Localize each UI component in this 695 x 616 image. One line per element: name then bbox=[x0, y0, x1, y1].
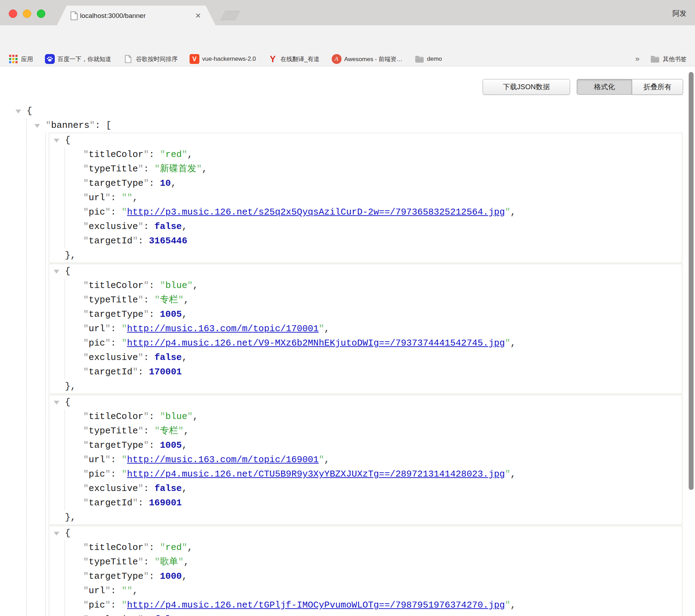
json-line: }, bbox=[49, 379, 682, 394]
bookmark-item[interactable]: Y在线翻译_有道 bbox=[268, 54, 319, 64]
scrollbar-thumb[interactable] bbox=[689, 72, 694, 490]
json-string: red bbox=[165, 542, 182, 553]
json-tree: {"banners": [{"titleColor": "red","typeT… bbox=[0, 66, 695, 616]
json-string: 专栏 bbox=[160, 426, 178, 436]
json-link[interactable]: http://p4.music.126.net/CTU5B9R9y3XyYBZX… bbox=[127, 469, 505, 479]
bookmark-label: 在线翻译_有道 bbox=[280, 55, 319, 63]
json-line: "typeTitle": "专栏", bbox=[49, 293, 682, 307]
bookmark-item[interactable]: demo bbox=[415, 54, 442, 64]
json-line: "targetType": 1005, bbox=[49, 307, 682, 322]
youdao-icon: Y bbox=[268, 54, 278, 64]
bookmarks-bar: 应用百度一下，你就知道谷歌按时间排序Vvue-hackernews-2.0Y在线… bbox=[0, 52, 695, 66]
json-line: "pic": "http://p4.music.126.net/tGPljf-I… bbox=[49, 598, 682, 612]
tree-guide-line bbox=[65, 540, 65, 616]
browser-tab[interactable]: localhost:3000/banner × bbox=[57, 6, 216, 25]
bookmark-label: 谷歌按时间排序 bbox=[136, 55, 178, 63]
collapse-toggle-icon[interactable] bbox=[54, 532, 59, 536]
document-icon bbox=[123, 54, 133, 64]
json-link[interactable]: http://p4.music.126.net/V9-MXz6b2MNhEKju… bbox=[127, 338, 505, 348]
json-line: "typeTitle": "歌单", bbox=[49, 555, 682, 569]
json-line: "exclusive": false, bbox=[49, 350, 682, 365]
banner-item-box: {"titleColor": "red","typeTitle": "新碟首发"… bbox=[49, 133, 682, 263]
json-number: 170001 bbox=[149, 367, 182, 377]
json-string: blue bbox=[165, 280, 187, 291]
tab-title: localhost:3000/banner bbox=[80, 6, 146, 25]
json-string: red bbox=[165, 149, 182, 160]
json-line: "pic": "http://p4.music.126.net/CTU5B9R9… bbox=[49, 467, 682, 481]
bookmark-label: vue-hackernews-2.0 bbox=[202, 55, 256, 63]
tree-guide-line bbox=[26, 118, 27, 616]
json-line: { bbox=[0, 104, 695, 118]
json-line: "titleColor": "blue", bbox=[49, 409, 682, 424]
json-line: "url": "http://music.163.com/m/topic/170… bbox=[49, 322, 682, 336]
json-line: "url": "http://music.163.com/m/topic/169… bbox=[49, 453, 682, 467]
json-line: "url": "", bbox=[49, 191, 682, 205]
banner-item-box: {"titleColor": "blue","typeTitle": "专栏",… bbox=[49, 395, 682, 525]
json-line: }, bbox=[49, 248, 682, 263]
json-string: 歌单 bbox=[160, 557, 178, 567]
json-string: blue bbox=[165, 411, 187, 422]
json-line: "exclusive": false, bbox=[49, 219, 682, 234]
json-line: "exclusive": false bbox=[49, 612, 682, 616]
collapse-toggle-icon[interactable] bbox=[54, 401, 59, 405]
json-string: 新碟首发 bbox=[160, 164, 196, 174]
close-window-button[interactable] bbox=[9, 9, 17, 18]
bookmarks-overflow-icon[interactable]: » bbox=[635, 54, 640, 64]
new-tab-button[interactable] bbox=[220, 11, 240, 20]
json-link[interactable]: http://music.163.com/m/topic/169001 bbox=[127, 454, 319, 465]
json-line: { bbox=[49, 264, 682, 278]
bookmark-label: 百度一下，你就知道 bbox=[58, 55, 111, 63]
apps-grid-icon bbox=[8, 54, 18, 64]
zoom-window-button[interactable] bbox=[37, 9, 45, 18]
collapse-toggle-icon[interactable] bbox=[54, 139, 59, 143]
folder-icon bbox=[650, 54, 660, 64]
banner-item-box: {"titleColor": "blue","typeTitle": "专栏",… bbox=[49, 264, 682, 394]
json-line: "targetId": 170001 bbox=[49, 365, 682, 379]
other-bookmarks-label: 其他书签 bbox=[663, 55, 687, 63]
profile-name[interactable]: 阿发 bbox=[673, 0, 687, 25]
page-content: 下载JSON数据 格式化 折叠所有 {"banners": [{"titleCo… bbox=[0, 66, 695, 616]
tree-guide-line bbox=[45, 133, 46, 616]
json-link[interactable]: http://music.163.com/m/topic/170001 bbox=[127, 323, 319, 334]
baidu-paw-icon bbox=[45, 54, 55, 64]
collapse-toggle-icon[interactable] bbox=[34, 124, 40, 128]
tree-guide-line bbox=[65, 278, 65, 379]
json-line: "titleColor": "blue", bbox=[49, 278, 682, 293]
json-line: "targetType": 1005, bbox=[49, 438, 682, 453]
json-line: "targetType": 10, bbox=[49, 176, 682, 191]
json-line: "typeTitle": "专栏", bbox=[49, 424, 682, 438]
banner-item-box: {"titleColor": "red","typeTitle": "歌单","… bbox=[49, 526, 682, 616]
json-number: 10 bbox=[160, 178, 171, 189]
collapse-toggle-icon[interactable] bbox=[15, 110, 21, 113]
collapse-toggle-icon[interactable] bbox=[54, 270, 59, 274]
awesomes-icon: A bbox=[332, 54, 342, 64]
json-link[interactable]: http://p3.music.126.net/s25q2x5QyqsAzilC… bbox=[127, 207, 505, 217]
json-number: 3165446 bbox=[149, 236, 187, 246]
tree-guide-line bbox=[65, 148, 65, 248]
bookmark-item[interactable]: 百度一下，你就知道 bbox=[45, 54, 111, 64]
json-link[interactable]: http://p4.music.126.net/tGPljf-IMOCyPvum… bbox=[127, 600, 505, 610]
json-line: { bbox=[49, 526, 682, 540]
other-bookmarks-folder[interactable]: 其他书签 bbox=[650, 54, 687, 64]
bookmark-item[interactable]: 应用 bbox=[8, 54, 33, 64]
bookmark-label: demo bbox=[427, 55, 442, 63]
tab-close-icon[interactable]: × bbox=[196, 6, 201, 25]
json-number: 169001 bbox=[149, 498, 182, 508]
json-number: 1005 bbox=[160, 440, 181, 451]
tree-guide-line bbox=[65, 409, 65, 510]
json-number: 1000 bbox=[160, 571, 181, 582]
page-favicon-icon bbox=[70, 11, 78, 22]
json-boolean: false bbox=[154, 352, 182, 363]
json-line: "url": "", bbox=[49, 584, 682, 598]
json-line: "exclusive": false, bbox=[49, 481, 682, 496]
bookmark-item[interactable]: Vvue-hackernews-2.0 bbox=[190, 54, 256, 64]
json-line: "pic": "http://p3.music.126.net/s25q2x5Q… bbox=[49, 205, 682, 219]
json-number: 1005 bbox=[160, 309, 181, 320]
json-line: "targetType": 1000, bbox=[49, 569, 682, 584]
minimize-window-button[interactable] bbox=[23, 9, 31, 18]
bookmark-item[interactable]: 谷歌按时间排序 bbox=[123, 54, 178, 64]
json-line: { bbox=[49, 133, 682, 148]
bookmark-item[interactable]: AAwesomes - 前端资… bbox=[332, 54, 403, 64]
browser-toolbar: localhost:3000/banner V英FE▶▶ bbox=[0, 25, 695, 52]
json-line: { bbox=[49, 395, 682, 409]
